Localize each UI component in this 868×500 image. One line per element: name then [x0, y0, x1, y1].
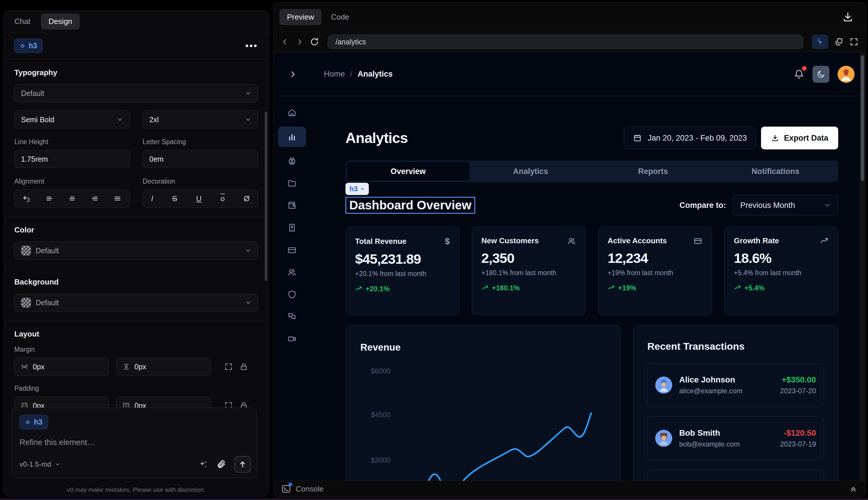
line-height-input[interactable]: 1.75rem: [14, 150, 130, 168]
background-select[interactable]: Default: [14, 294, 258, 312]
transaction-row[interactable]: Alice Johnson alice@example.com +$350.00…: [647, 363, 824, 407]
sidebar-toggle-icon[interactable]: [289, 70, 297, 78]
theme-toggle-button[interactable]: [812, 66, 830, 83]
sidebar-shield-icon[interactable]: [287, 290, 297, 299]
decoration-label: Decoration: [143, 178, 258, 185]
overline-icon[interactable]: o: [221, 194, 225, 203]
align-left-icon[interactable]: [46, 195, 53, 202]
date-range-picker[interactable]: Jan 20, 2023 - Feb 09, 2023: [624, 127, 756, 149]
tab-reports[interactable]: Reports: [592, 162, 714, 181]
selected-heading[interactable]: Dashboard Overview: [345, 197, 475, 214]
breadcrumb-separator: /: [350, 70, 352, 79]
expand-margin-icon[interactable]: [224, 362, 233, 371]
tab-notifications[interactable]: Notifications: [714, 162, 837, 181]
forward-icon[interactable]: [295, 37, 304, 46]
sidebar-credit-card-icon[interactable]: [287, 245, 297, 255]
paperclip-icon[interactable]: [216, 459, 226, 469]
transaction-date: 2023-07-20: [780, 387, 816, 395]
margin-y-input[interactable]: 0px: [116, 357, 211, 376]
download-icon[interactable]: [842, 11, 853, 23]
preview-panel: Preview Code /analytics Home / Analytics: [273, 2, 866, 497]
font-weight-select[interactable]: Semi Bold: [14, 111, 130, 129]
sidebar-users-icon[interactable]: [287, 268, 297, 277]
app-content: Analytics Jan 20, 2023 - Feb 09, 2023 Ex…: [345, 96, 838, 481]
undo-icon[interactable]: [23, 195, 31, 202]
transaction-amount: -$120.50: [780, 428, 816, 438]
disclaimer-text: v0 may make mistakes. Please use with di…: [4, 486, 269, 493]
element-tag-chip[interactable]: h3: [345, 183, 369, 195]
tab-preview[interactable]: Preview: [279, 9, 322, 25]
address-bar[interactable]: /analytics: [327, 34, 804, 49]
align-center-icon[interactable]: [68, 195, 76, 202]
tab-code[interactable]: Code: [331, 13, 349, 22]
transaction-row-partial[interactable]: [647, 469, 824, 481]
dashboard-tabs: Overview Analytics Reports Notifications: [345, 160, 838, 182]
sidebar-analytics-item-active[interactable]: [278, 127, 306, 147]
v0-app-window: Chat Design h3 ••• Typography Default Se…: [0, 0, 868, 500]
copy-window-icon[interactable]: [834, 37, 843, 46]
charts-section: Revenue $6000 $4500 $3000 Recent Transac…: [345, 325, 838, 481]
font-family-select[interactable]: Default: [14, 84, 258, 102]
sidebar-wallet-icon[interactable]: [287, 201, 297, 210]
trending-up-icon: [820, 237, 829, 245]
sidebar-printer-icon[interactable]: [287, 157, 297, 166]
transaction-amount: +$350.00: [780, 375, 816, 385]
compare-select[interactable]: Previous Month: [733, 195, 838, 216]
sidebar-folder-icon[interactable]: [287, 179, 297, 188]
preview-scrollbar-thumb[interactable]: [861, 55, 864, 181]
chevron-down-icon: [824, 202, 831, 209]
chat-element-chip[interactable]: h3: [20, 415, 48, 429]
inspect-cursor-button[interactable]: [812, 34, 828, 49]
sidebar-receipt-icon[interactable]: [287, 223, 297, 232]
send-button[interactable]: [234, 456, 251, 473]
stat-value: 12,234: [607, 250, 702, 266]
chat-input[interactable]: Refine this element…: [20, 438, 249, 447]
tab-overview[interactable]: Overview: [347, 162, 470, 181]
user-avatar[interactable]: [837, 66, 855, 83]
fullscreen-icon[interactable]: [849, 37, 859, 46]
refine-chat-box[interactable]: h3 Refine this element… v0-1.5-md: [12, 408, 257, 478]
notifications-button[interactable]: [794, 69, 804, 80]
tab-analytics[interactable]: Analytics: [470, 162, 592, 181]
download-icon: [771, 134, 779, 142]
chevron-down-icon: [55, 462, 60, 467]
no-decoration-icon[interactable]: Ø: [244, 194, 250, 203]
transaction-email: bob@example.com: [679, 440, 740, 448]
window-bottom-gradient: [0, 498, 868, 500]
typography-heading: Typography: [14, 68, 258, 77]
color-select[interactable]: Default: [14, 241, 258, 260]
sidebar-messages-icon[interactable]: [287, 312, 297, 321]
expand-console-icon[interactable]: [849, 484, 858, 493]
font-size-select[interactable]: 2xl: [143, 111, 258, 129]
tab-chat[interactable]: Chat: [14, 17, 31, 26]
export-data-button[interactable]: Export Data: [761, 127, 838, 149]
sidebar-home-icon[interactable]: [287, 108, 297, 117]
panel-scrollbar-thumb[interactable]: [265, 111, 267, 281]
sidebar-video-icon[interactable]: [287, 334, 297, 343]
align-justify-icon[interactable]: [114, 195, 121, 202]
sparkles-icon[interactable]: [198, 459, 208, 469]
lock-margin-icon[interactable]: [239, 362, 248, 371]
margin-x-input[interactable]: 0px: [14, 357, 109, 376]
underline-icon[interactable]: U: [196, 194, 202, 203]
refresh-icon[interactable]: [310, 37, 319, 46]
selected-element-chip[interactable]: h3: [14, 38, 43, 53]
design-panel: Chat Design h3 ••• Typography Default Se…: [3, 11, 269, 497]
strikethrough-icon[interactable]: S: [172, 194, 177, 203]
transactions-title: Recent Transactions: [647, 341, 838, 352]
back-icon[interactable]: [280, 37, 289, 46]
stat-value: 18.6%: [734, 250, 829, 266]
breadcrumb-home[interactable]: Home: [324, 70, 345, 79]
avatar: [655, 377, 672, 394]
transaction-row[interactable]: Bob Smith bob@example.com -$120.50 2023-…: [647, 416, 824, 460]
model-selector[interactable]: v0-1.5-md: [20, 460, 60, 468]
stat-card-growth-rate: Growth Rate 18.6% +5.4% from last month …: [724, 227, 838, 315]
credit-card-icon: [694, 237, 702, 245]
console-bar[interactable]: Console: [274, 481, 866, 497]
tab-design[interactable]: Design: [41, 13, 80, 30]
align-right-icon[interactable]: [91, 195, 99, 202]
italic-icon[interactable]: I: [151, 194, 153, 203]
letter-spacing-input[interactable]: 0em: [143, 150, 258, 168]
trending-up-icon: [481, 284, 488, 292]
more-menu-icon[interactable]: •••: [245, 41, 258, 51]
